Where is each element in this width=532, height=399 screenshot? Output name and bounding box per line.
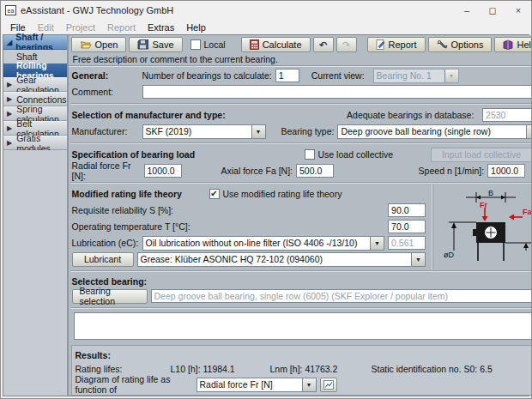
selected-bearing-field [151,289,532,303]
reliability-label: Requisite reliability S [%]: [72,205,385,215]
chevron-down-icon[interactable]: ▼ [526,125,532,138]
use-load-collective-checkbox[interactable] [305,149,315,160]
radial-force-label: Radial force Fr [N]: [72,160,141,181]
diagram-function-select[interactable]: Radial force Fr [N] ▼ [196,378,317,392]
temperature-input[interactable] [388,220,426,233]
sidebar-group-gear-calculation[interactable]: ▶ Gear calculation [3,77,67,92]
diagram-function-value: Radial force Fr [N] [197,378,302,391]
redo-button[interactable]: ↷ [336,37,357,52]
bearing-info-box [74,312,532,340]
calculate-button[interactable]: Calculate [241,37,311,52]
reliability-input[interactable] [388,203,426,217]
local-checkbox-group[interactable]: Local [185,39,231,50]
show-diagram-button[interactable] [320,378,337,392]
l10-result: L10 [h]: 11984.1 [171,364,267,374]
bearing-diagram: B Fr Fa [437,189,532,264]
input-load-collective-button[interactable]: Input load collective [431,148,532,162]
chevron-down-icon[interactable]: ▼ [251,125,265,138]
axial-force-label: Axial force Fa [N]: [221,166,293,176]
open-button[interactable]: Open [71,37,127,52]
open-button-label: Open [95,39,118,50]
sidebar-group-shaft-bearings[interactable]: ◢ Shaft / bearings [3,35,67,50]
maximize-button[interactable]: ◻ [480,1,505,20]
s0-label: Static identification no. S0: [372,364,478,374]
chart-icon [323,380,334,390]
manufacturer-select[interactable]: SKF (2019) ▼ [142,124,266,139]
undo-icon: ↶ [319,39,327,51]
undo-button[interactable]: ↶ [313,37,334,52]
triangle-closed-icon: ▶ [7,95,12,103]
hint-text: Free description or comment to the curre… [73,54,278,64]
adequate-bearings-label: Adequate bearings in database: [347,110,479,120]
toolbar: Open Save Local Calculate ↶ [69,35,532,54]
sidebar-group-gratis-modules[interactable]: ▶ Gratis modules [3,136,67,150]
main-panel: Open Save Local Calculate ↶ [69,35,532,396]
radial-force-input[interactable] [144,164,182,178]
s0-result: Static identification no. S0: 6.5 [372,364,493,374]
lubrication-label: Lubrication (eC): [72,238,139,248]
lubrication-value: Oil lubrication without on-line filter (… [143,237,371,250]
save-button-label: Save [152,39,173,50]
close-button[interactable]: × [505,1,531,20]
menu-report: Report [101,21,142,33]
menu-help[interactable]: Help [180,21,212,33]
section-manufacturer: Selection of manufacturer and type: Adeq… [69,106,532,142]
client-area: ◢ Shaft / bearings Shaft Rolling bearing… [3,34,529,396]
comment-input[interactable] [142,85,532,99]
l10-label: L10 [h]: [171,364,201,374]
section-general: General: Number of bearings to calculate… [69,66,532,102]
separator [70,142,532,144]
lnm-value: 41763.2 [305,364,337,374]
lubricant-button-label: Lubricant [84,254,121,264]
lubricant-value: Grease: Klüber ASONIC HQ 72-102 (094060) [138,253,412,266]
chevron-down-icon[interactable]: ▼ [444,70,458,82]
section-selected-bearing: Selected bearing: Bearing selection [69,273,532,306]
bearing-type-label: Bearing type: [281,126,335,136]
use-modified-rating-checkbox[interactable]: ✔ [209,189,220,199]
save-button[interactable]: Save [129,37,182,52]
chevron-down-icon[interactable]: ▼ [302,378,316,391]
speed-input[interactable] [487,164,525,178]
selected-bearing-title: Selected bearing: [72,276,148,287]
bearings-count-input[interactable] [275,69,299,82]
bearings-count-label: Number of bearings to calculate: [142,70,272,81]
report-button-label: Report [389,39,417,50]
bearing-selection-button[interactable]: Bearing selection [72,289,148,304]
separator [70,307,532,309]
section-load: Specification of bearing load Use load c… [69,145,532,181]
current-view-select[interactable]: Bearing No. 1 ▼ [373,69,459,83]
chevron-down-icon[interactable]: ▼ [370,237,384,250]
manufacturer-section-title: Selection of manufacturer and type: [72,110,344,120]
axial-force-input[interactable] [296,164,334,178]
local-checkbox-label: Local [204,39,226,50]
hint-bar: Free description or comment to the curre… [69,54,532,66]
minimize-button[interactable]: – [454,1,480,20]
speed-label: Speed n [1/min]: [419,166,484,176]
current-view-value: Bearing No. 1 [374,70,444,82]
dim-outer-diameter-label: øD [444,251,454,259]
title-bar: ea eAssistant - GWJ Technology GmbH – ◻ … [1,1,531,20]
lubricant-select[interactable]: Grease: Klüber ASONIC HQ 72-102 (094060)… [137,252,426,267]
menu-extras[interactable]: Extras [142,21,180,33]
options-tool-icon [437,39,448,50]
lubricant-button[interactable]: Lubricant [72,252,134,267]
input-load-collective-label: Input load collective [442,149,521,160]
help-book-icon [503,39,513,50]
chevron-down-icon[interactable]: ▼ [411,253,425,266]
sidebar: ◢ Shaft / bearings Shaft Rolling bearing… [3,35,69,396]
report-button[interactable]: Report [367,37,426,52]
force-fa-label: Fa [523,208,532,216]
help-button[interactable]: Help [494,37,532,52]
local-checkbox[interactable] [190,39,201,50]
lnm-label: Lnm [h]: [270,364,303,374]
window-title: eAssistant - GWJ Technology GmbH [21,5,454,15]
bearing-selection-label: Bearing selection [80,286,140,306]
lubrication-select[interactable]: Oil lubrication without on-line filter (… [142,236,385,251]
help-button-label: Help [517,39,532,50]
bearing-type-select[interactable]: Deep groove ball bearing (single row) ▼ [337,124,532,139]
adequate-bearings-value [482,108,532,122]
options-button[interactable]: Options [428,37,493,52]
triangle-closed-icon: ▶ [7,81,12,88]
separator [70,103,532,105]
manufacturer-value: SKF (2019) [143,125,251,138]
